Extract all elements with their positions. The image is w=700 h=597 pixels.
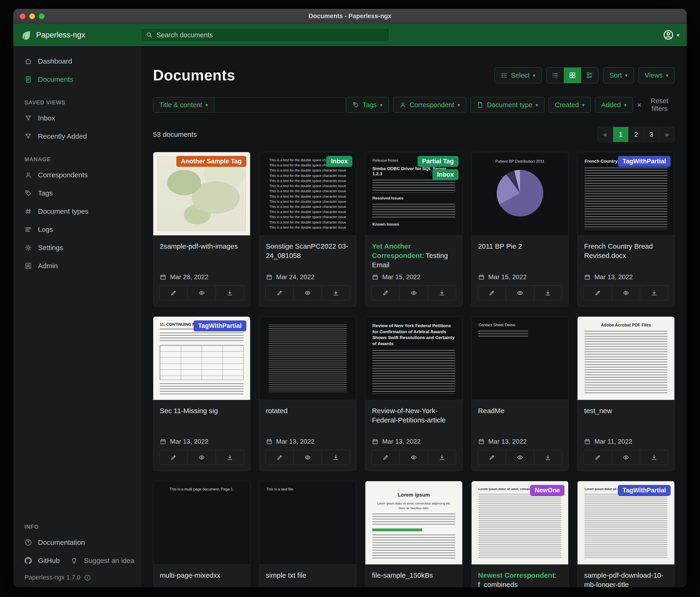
tag-badge[interactable]: Another Sample Tag	[176, 156, 246, 167]
edit-document-button[interactable]	[478, 450, 506, 464]
view-document-button[interactable]	[400, 450, 428, 464]
view-document-button[interactable]	[612, 286, 640, 300]
tag-badge[interactable]: TagWithPartial	[618, 156, 671, 167]
document-title[interactable]: French Country Bread Revised.docx	[584, 242, 668, 260]
pagination-page-1[interactable]: 1	[613, 127, 628, 142]
edit-document-button[interactable]	[372, 286, 400, 300]
document-thumbnail[interactable]: TagWithPartial Lorem ipsum dolor sit ame…	[577, 481, 674, 565]
pagination-prev-button[interactable]: «	[598, 127, 613, 142]
document-thumbnail[interactable]: Patient BP Distribution 2011	[472, 152, 569, 236]
download-document-button[interactable]	[428, 450, 456, 464]
sidebar-item-tags[interactable]: Tags	[13, 184, 141, 202]
pagination-next-button[interactable]: »	[659, 127, 674, 142]
view-document-button[interactable]	[506, 286, 534, 300]
view-document-button[interactable]	[400, 286, 428, 300]
zoom-window-button[interactable]	[39, 14, 45, 19]
document-title[interactable]: Newest Correspondent: f_combineds	[478, 571, 562, 587]
edit-document-button[interactable]	[478, 286, 506, 300]
sidebar-item-dashboard[interactable]: Dashboard	[13, 52, 141, 70]
pagination-page-2[interactable]: 2	[628, 127, 644, 142]
document-title[interactable]: Yet Another Correspondent: Testing Email	[372, 242, 456, 270]
pagination-page-3[interactable]: 3	[644, 127, 659, 142]
edit-document-button[interactable]	[159, 286, 188, 300]
document-thumbnail[interactable]: Inbox This is a test for the double spac…	[259, 152, 356, 236]
search-input[interactable]	[156, 31, 385, 39]
document-thumbnail[interactable]	[259, 317, 356, 400]
document-thumbnail[interactable]: Lorem ipsumLorem ipsum dolor sit amet, c…	[365, 481, 462, 565]
sidebar-item-suggest-idea[interactable]: Suggest an idea	[64, 552, 139, 570]
created-filter-button[interactable]: Created ▾	[549, 97, 591, 113]
document-thumbnail[interactable]: Adobe Acrobat PDF Files	[577, 317, 674, 400]
view-document-button[interactable]	[188, 286, 216, 300]
tag-badge[interactable]: Partial Tag	[418, 156, 458, 167]
document-thumbnail[interactable]: Contact Sheet Demo	[472, 317, 569, 400]
tag-badge[interactable]: NewOne	[530, 485, 565, 496]
tag-badge[interactable]: Inbox	[432, 169, 458, 180]
download-document-button[interactable]	[534, 286, 562, 300]
document-title[interactable]: Review-of-New-York-Federal-Petitions-art…	[372, 406, 456, 425]
close-window-button[interactable]	[20, 14, 25, 19]
download-document-button[interactable]	[640, 450, 668, 464]
document-thumbnail[interactable]: TagWithPartial 11. CONTINUING MEDICAL ED…	[153, 317, 250, 400]
user-menu[interactable]: ▾	[663, 29, 679, 41]
sidebar-item-documents[interactable]: Documents	[13, 70, 141, 89]
document-thumbnail[interactable]: This is a multi page document. Page 1.	[153, 481, 250, 565]
sort-button[interactable]: Sort ▾	[603, 67, 634, 83]
edit-document-button[interactable]	[584, 286, 612, 300]
tags-filter-button[interactable]: Tags ▾	[346, 97, 389, 113]
document-thumbnail[interactable]: This is a test file.	[259, 481, 356, 565]
document-correspondent-link[interactable]: Newest Correspondent	[478, 571, 554, 579]
document-thumbnail[interactable]: TagWithPartial French Country Bread	[577, 152, 674, 236]
document-type-filter-button[interactable]: Document type ▾	[470, 97, 545, 113]
sidebar-item-recently-added[interactable]: Recently Added	[13, 127, 141, 145]
edit-document-button[interactable]	[266, 450, 294, 464]
view-document-button[interactable]	[612, 450, 640, 464]
correspondent-filter-button[interactable]: Correspondent ▾	[393, 97, 466, 113]
view-grid-button[interactable]	[564, 68, 581, 83]
select-button[interactable]: Select ▾	[494, 67, 542, 83]
document-correspondent-link[interactable]: Yet Another Correspondent	[372, 242, 422, 259]
views-button[interactable]: Views ▾	[639, 67, 675, 83]
document-thumbnail[interactable]: Review of New York Federal Petitions for…	[365, 317, 462, 400]
document-title[interactable]: rotated	[266, 406, 350, 415]
minimize-window-button[interactable]	[29, 14, 35, 19]
sidebar-item-github[interactable]: GitHub	[13, 552, 64, 570]
added-filter-button[interactable]: Added ▾	[595, 97, 633, 113]
view-document-button[interactable]	[294, 286, 322, 300]
brand[interactable]: Paperless-ngx	[21, 30, 141, 40]
document-thumbnail[interactable]: NewOne Lorem ipsum dolor sit amet, conse…	[472, 481, 569, 565]
download-document-button[interactable]	[534, 450, 562, 464]
document-thumbnail[interactable]: Another Sample Tag	[153, 152, 250, 236]
title-content-filter-input[interactable]	[214, 97, 346, 113]
view-document-button[interactable]	[294, 450, 322, 464]
document-title[interactable]: simple txt file	[266, 571, 350, 580]
sidebar-item-settings[interactable]: Settings	[13, 239, 141, 257]
download-document-button[interactable]	[428, 286, 456, 300]
tag-badge[interactable]: Inbox	[326, 156, 352, 167]
view-document-button[interactable]	[188, 450, 216, 464]
view-detail-button[interactable]	[581, 68, 598, 83]
document-title[interactable]: 2011 BP Pie 2	[478, 242, 562, 251]
edit-document-button[interactable]	[159, 450, 188, 464]
download-document-button[interactable]	[322, 450, 350, 464]
document-title[interactable]: 2sample-pdf-with-images	[160, 242, 244, 251]
tag-badge[interactable]: TagWithPartial	[618, 485, 671, 496]
document-title[interactable]: test_new	[584, 406, 668, 415]
document-title[interactable]: Sec 11-Missing sig	[160, 406, 244, 415]
download-document-button[interactable]	[216, 450, 244, 464]
download-document-button[interactable]	[640, 286, 668, 300]
sidebar-item-inbox[interactable]: Inbox	[13, 109, 141, 127]
document-title[interactable]: ReadMe	[478, 406, 562, 415]
edit-document-button[interactable]	[372, 450, 400, 464]
sidebar-item-correspondents[interactable]: Correspondents	[13, 166, 141, 184]
title-content-filter-button[interactable]: Title & content ▾	[153, 97, 214, 113]
sidebar-item-document-types[interactable]: Document types	[13, 202, 141, 220]
reset-filters-button[interactable]: × Reset filters	[637, 97, 675, 113]
document-title[interactable]: multi-page-mixedxx	[160, 571, 244, 580]
sidebar-item-logs[interactable]: Logs	[13, 220, 141, 239]
sidebar-item-admin[interactable]: Admin	[13, 257, 141, 275]
document-thumbnail[interactable]: Partial TagInbox Release NotesSimba ODBC…	[365, 152, 462, 236]
document-title[interactable]: sample-pdf-download-10-mb-longer-title	[584, 571, 668, 587]
view-list-button[interactable]	[547, 68, 564, 83]
tag-badge[interactable]: TagWithPartial	[194, 320, 246, 331]
